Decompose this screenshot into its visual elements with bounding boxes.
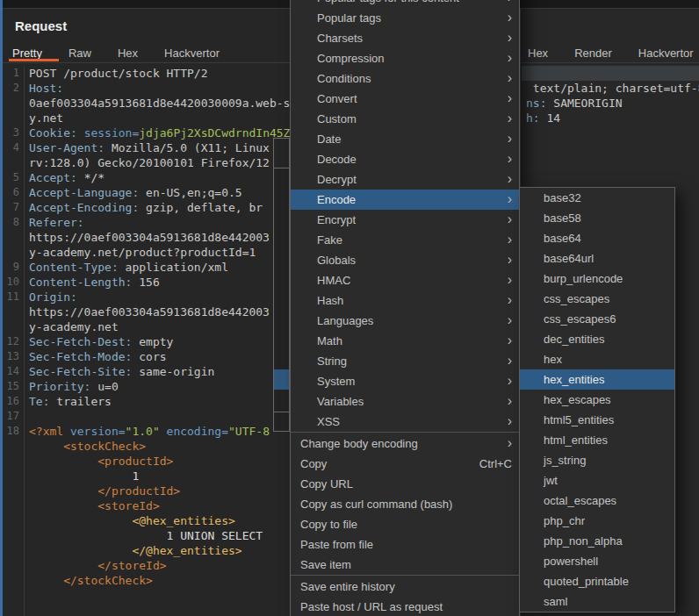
code-token: u=0 bbox=[97, 380, 118, 393]
submenu-item-base58[interactable]: base58 bbox=[520, 208, 674, 228]
menu-item-change-body-encoding[interactable]: Change body encoding› bbox=[291, 433, 519, 454]
chevron-right-icon: › bbox=[508, 111, 512, 125]
submenu-item-base64[interactable]: base64 bbox=[520, 228, 674, 248]
submenu-item-js-string[interactable]: js_string bbox=[520, 450, 674, 470]
request-line: 1 UNION SELECT bbox=[0, 528, 290, 543]
submenu-item-html-entities[interactable]: html_entities bbox=[520, 430, 674, 450]
submenu-item-css-escapes6[interactable]: css_escapes6 bbox=[520, 309, 674, 329]
submenu-item-hex[interactable]: hex bbox=[520, 349, 674, 369]
menu-item-paste-host-url-as-request[interactable]: Paste host / URL as request bbox=[291, 597, 519, 616]
code-token: Mozilla/5.0 (X11; Linux bbox=[112, 141, 270, 154]
line-number: 13 bbox=[0, 349, 19, 364]
tab-raw[interactable]: Raw bbox=[68, 47, 91, 60]
menu-item-label: Conditions bbox=[317, 72, 371, 85]
menu-item-languages[interactable]: Languages› bbox=[291, 311, 519, 331]
menu-item-variables[interactable]: Variables› bbox=[291, 391, 519, 412]
menu-item-copy[interactable]: CopyCtrl+C bbox=[291, 454, 519, 474]
submenu-item-label: hex_entities bbox=[544, 373, 604, 386]
submenu-item-octal-escapes[interactable]: octal_escapes bbox=[520, 491, 674, 511]
tab-hex[interactable]: Hex bbox=[118, 47, 138, 60]
submenu-item-quoted-printable[interactable]: quoted_printable bbox=[520, 571, 674, 591]
menu-item-copy-url[interactable]: Copy URL bbox=[291, 474, 519, 494]
menu-item-date[interactable]: Date› bbox=[291, 129, 519, 149]
menu-item-convert[interactable]: Convert› bbox=[291, 89, 519, 109]
menu-item-math[interactable]: Math› bbox=[291, 331, 519, 351]
submenu-item-saml[interactable]: saml bbox=[520, 591, 674, 612]
menu-item-compression[interactable]: Compression› bbox=[291, 48, 519, 68]
menu-item-xss[interactable]: XSS› bbox=[291, 412, 519, 432]
request-line: <@hex_entities> bbox=[0, 513, 290, 528]
menu-item-globals[interactable]: Globals› bbox=[291, 250, 519, 270]
menu-item-hmac[interactable]: HMAC› bbox=[291, 270, 519, 290]
menu-item-custom[interactable]: Custom› bbox=[291, 109, 519, 129]
menu-item-copy-as-curl-command-bash[interactable]: Copy as curl command (bash) bbox=[291, 494, 519, 514]
code-token: Origin: bbox=[29, 290, 77, 304]
menu-item-decrypt[interactable]: Decrypt› bbox=[291, 169, 519, 190]
menu-item-popular-tags[interactable]: Popular tags› bbox=[291, 8, 519, 28]
submenu-item-label: base64 bbox=[544, 232, 581, 245]
line-number: 3 bbox=[0, 125, 19, 140]
submenu-item-php-chr[interactable]: php_chr bbox=[520, 511, 674, 531]
submenu-item-base64url[interactable]: base64url bbox=[520, 248, 674, 269]
editor-scrollbar[interactable] bbox=[273, 138, 290, 432]
line-number: 14 bbox=[0, 364, 19, 379]
code-token: y.net bbox=[29, 111, 63, 125]
submenu-item-hex-escapes[interactable]: hex_escapes bbox=[520, 390, 674, 410]
menu-item-save-item[interactable]: Save item bbox=[291, 555, 519, 575]
submenu-item-powershell[interactable]: powershell bbox=[520, 551, 674, 571]
submenu-item-burp-urlencode[interactable]: burp_urlencode bbox=[520, 269, 674, 289]
submenu-item-label: html5_entities bbox=[544, 413, 614, 426]
submenu-item-base32[interactable]: base32 bbox=[520, 188, 674, 208]
submenu-item-css-escapes[interactable]: css_escapes bbox=[520, 289, 674, 309]
code-token: application/xml bbox=[126, 261, 228, 274]
code-token: </@hex_entities> bbox=[29, 544, 242, 557]
menu-item-decode[interactable]: Decode› bbox=[291, 149, 519, 169]
tab-hex[interactable]: Hex bbox=[528, 47, 548, 60]
menu-item-label: Copy URL bbox=[300, 477, 353, 491]
request-line: </stockCheck> bbox=[0, 573, 290, 588]
menu-item-popular-tags-for-this-content[interactable]: Popular tags for this content› bbox=[291, 0, 519, 8]
context-menu: Popular tags for this content›Popular ta… bbox=[290, 0, 520, 616]
submenu-item-label: jwt bbox=[544, 474, 558, 487]
menu-item-string[interactable]: String› bbox=[291, 351, 519, 371]
menu-item-charsets[interactable]: Charsets› bbox=[291, 28, 519, 48]
scrollbar-thumb[interactable] bbox=[274, 139, 289, 168]
request-editor[interactable]: 1POST /product/stock HTTP/22Host:0aef003… bbox=[0, 66, 290, 616]
tab-render[interactable]: Render bbox=[574, 47, 612, 60]
code-token: User-Agent: bbox=[29, 141, 112, 154]
request-line: <stockCheck> bbox=[0, 439, 290, 454]
selected-line-highlight bbox=[522, 66, 699, 81]
submenu-item-html5-entities[interactable]: html5_entities bbox=[520, 410, 674, 430]
chevron-right-icon: › bbox=[508, 313, 512, 327]
request-line: 14Sec-Fetch-Site: same-origin bbox=[0, 364, 290, 379]
menu-item-fake[interactable]: Fake› bbox=[291, 230, 519, 250]
menu-item-system[interactable]: System› bbox=[291, 371, 519, 391]
tab-hackvertor[interactable]: Hackvertor bbox=[638, 47, 694, 60]
line-number: 7 bbox=[0, 200, 19, 215]
submenu-item-label: base32 bbox=[544, 191, 581, 204]
submenu-item-php-non-alpha[interactable]: php_non_alpha bbox=[520, 531, 674, 551]
menu-item-paste-from-file[interactable]: Paste from file bbox=[291, 534, 519, 555]
menu-item-label: Languages bbox=[317, 314, 373, 327]
tab-hackvertor[interactable]: Hackvertor bbox=[164, 47, 220, 60]
submenu-item-label: saml bbox=[544, 595, 567, 608]
line-number: 5 bbox=[0, 170, 19, 185]
submenu-item-dec-entities[interactable]: dec_entities bbox=[520, 329, 674, 349]
menu-item-encode[interactable]: Encode› bbox=[291, 190, 519, 210]
code-token: session= bbox=[84, 126, 140, 140]
request-line: </storeId> bbox=[0, 558, 290, 573]
tab-pretty[interactable]: Pretty bbox=[12, 47, 42, 60]
chevron-right-icon: › bbox=[508, 374, 512, 388]
line-number-gutter-divider bbox=[24, 66, 25, 616]
menu-item-copy-to-file[interactable]: Copy to file bbox=[291, 514, 519, 534]
submenu-item-jwt[interactable]: jwt bbox=[520, 470, 674, 491]
menu-item-save-entire-history[interactable]: Save entire history bbox=[291, 577, 519, 597]
menu-item-hash[interactable]: Hash› bbox=[291, 290, 519, 311]
submenu-item-hex-entities[interactable]: hex_entities bbox=[520, 369, 674, 390]
chevron-right-icon: › bbox=[508, 273, 512, 287]
code-token: Host: bbox=[29, 82, 63, 95]
menu-item-conditions[interactable]: Conditions› bbox=[291, 68, 519, 89]
response-tab-bar: HexRenderHackvertor bbox=[521, 43, 699, 62]
request-line: 9Content-Type: application/xml bbox=[0, 260, 290, 275]
menu-item-encrypt[interactable]: Encrypt› bbox=[291, 210, 519, 230]
